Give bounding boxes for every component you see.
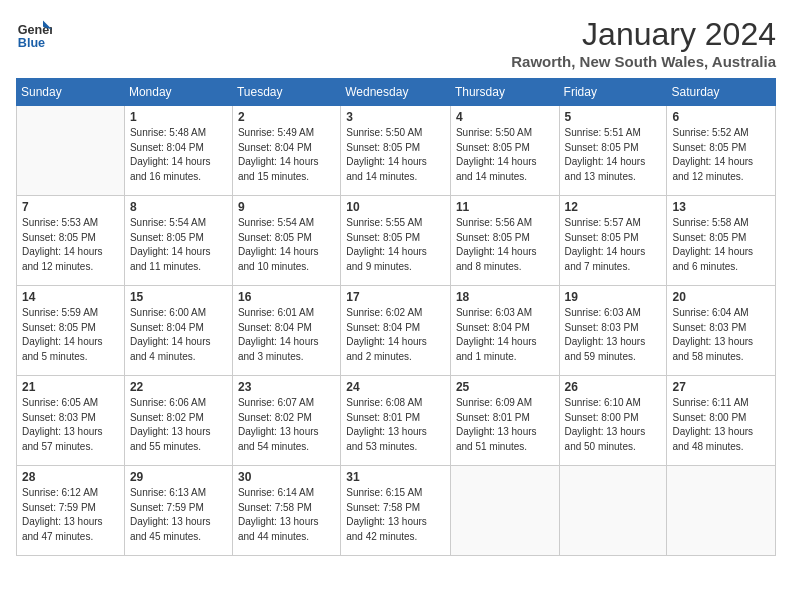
svg-text:Blue: Blue: [18, 36, 45, 50]
day-number: 8: [130, 200, 227, 214]
calendar-cell: 31 Sunrise: 6:15 AMSunset: 7:58 PMDaylig…: [341, 466, 451, 556]
calendar-cell: 9 Sunrise: 5:54 AMSunset: 8:05 PMDayligh…: [232, 196, 340, 286]
calendar-cell: 27 Sunrise: 6:11 AMSunset: 8:00 PMDaylig…: [667, 376, 776, 466]
logo: General Blue: [16, 16, 52, 52]
day-info: Sunrise: 6:07 AMSunset: 8:02 PMDaylight:…: [238, 396, 335, 454]
day-number: 29: [130, 470, 227, 484]
day-number: 11: [456, 200, 554, 214]
calendar-cell: 30 Sunrise: 6:14 AMSunset: 7:58 PMDaylig…: [232, 466, 340, 556]
day-number: 17: [346, 290, 445, 304]
day-info: Sunrise: 6:06 AMSunset: 8:02 PMDaylight:…: [130, 396, 227, 454]
calendar-title: January 2024: [511, 16, 776, 53]
day-number: 24: [346, 380, 445, 394]
calendar-subtitle: Raworth, New South Wales, Australia: [511, 53, 776, 70]
day-info: Sunrise: 5:50 AMSunset: 8:05 PMDaylight:…: [346, 126, 445, 184]
logo-icon: General Blue: [16, 16, 52, 52]
day-info: Sunrise: 6:02 AMSunset: 8:04 PMDaylight:…: [346, 306, 445, 364]
calendar-cell: 12 Sunrise: 5:57 AMSunset: 8:05 PMDaylig…: [559, 196, 667, 286]
calendar-week-4: 21 Sunrise: 6:05 AMSunset: 8:03 PMDaylig…: [17, 376, 776, 466]
calendar-cell: 22 Sunrise: 6:06 AMSunset: 8:02 PMDaylig…: [124, 376, 232, 466]
calendar-week-5: 28 Sunrise: 6:12 AMSunset: 7:59 PMDaylig…: [17, 466, 776, 556]
day-number: 30: [238, 470, 335, 484]
day-info: Sunrise: 5:49 AMSunset: 8:04 PMDaylight:…: [238, 126, 335, 184]
col-tuesday: Tuesday: [232, 79, 340, 106]
day-number: 4: [456, 110, 554, 124]
day-info: Sunrise: 5:54 AMSunset: 8:05 PMDaylight:…: [238, 216, 335, 274]
calendar-cell: 3 Sunrise: 5:50 AMSunset: 8:05 PMDayligh…: [341, 106, 451, 196]
day-info: Sunrise: 5:56 AMSunset: 8:05 PMDaylight:…: [456, 216, 554, 274]
calendar-cell: 6 Sunrise: 5:52 AMSunset: 8:05 PMDayligh…: [667, 106, 776, 196]
calendar-cell: 28 Sunrise: 6:12 AMSunset: 7:59 PMDaylig…: [17, 466, 125, 556]
day-number: 16: [238, 290, 335, 304]
day-number: 10: [346, 200, 445, 214]
calendar-cell: 25 Sunrise: 6:09 AMSunset: 8:01 PMDaylig…: [450, 376, 559, 466]
day-number: 19: [565, 290, 662, 304]
day-number: 27: [672, 380, 770, 394]
calendar-cell: 16 Sunrise: 6:01 AMSunset: 8:04 PMDaylig…: [232, 286, 340, 376]
calendar-cell: 14 Sunrise: 5:59 AMSunset: 8:05 PMDaylig…: [17, 286, 125, 376]
day-info: Sunrise: 5:58 AMSunset: 8:05 PMDaylight:…: [672, 216, 770, 274]
day-number: 7: [22, 200, 119, 214]
calendar-cell: 24 Sunrise: 6:08 AMSunset: 8:01 PMDaylig…: [341, 376, 451, 466]
day-number: 20: [672, 290, 770, 304]
day-info: Sunrise: 6:01 AMSunset: 8:04 PMDaylight:…: [238, 306, 335, 364]
calendar-cell: 10 Sunrise: 5:55 AMSunset: 8:05 PMDaylig…: [341, 196, 451, 286]
day-info: Sunrise: 6:11 AMSunset: 8:00 PMDaylight:…: [672, 396, 770, 454]
day-number: 21: [22, 380, 119, 394]
col-friday: Friday: [559, 79, 667, 106]
col-sunday: Sunday: [17, 79, 125, 106]
day-number: 26: [565, 380, 662, 394]
col-saturday: Saturday: [667, 79, 776, 106]
calendar-cell: 20 Sunrise: 6:04 AMSunset: 8:03 PMDaylig…: [667, 286, 776, 376]
calendar-cell: 21 Sunrise: 6:05 AMSunset: 8:03 PMDaylig…: [17, 376, 125, 466]
day-number: 5: [565, 110, 662, 124]
day-info: Sunrise: 5:51 AMSunset: 8:05 PMDaylight:…: [565, 126, 662, 184]
day-info: Sunrise: 5:54 AMSunset: 8:05 PMDaylight:…: [130, 216, 227, 274]
calendar-cell: 2 Sunrise: 5:49 AMSunset: 8:04 PMDayligh…: [232, 106, 340, 196]
day-number: 6: [672, 110, 770, 124]
calendar-week-2: 7 Sunrise: 5:53 AMSunset: 8:05 PMDayligh…: [17, 196, 776, 286]
calendar-cell: 5 Sunrise: 5:51 AMSunset: 8:05 PMDayligh…: [559, 106, 667, 196]
day-number: 14: [22, 290, 119, 304]
calendar-cell: 17 Sunrise: 6:02 AMSunset: 8:04 PMDaylig…: [341, 286, 451, 376]
calendar-cell: 19 Sunrise: 6:03 AMSunset: 8:03 PMDaylig…: [559, 286, 667, 376]
calendar-cell: 18 Sunrise: 6:03 AMSunset: 8:04 PMDaylig…: [450, 286, 559, 376]
day-number: 31: [346, 470, 445, 484]
calendar-cell: [559, 466, 667, 556]
day-number: 1: [130, 110, 227, 124]
calendar-cell: 29 Sunrise: 6:13 AMSunset: 7:59 PMDaylig…: [124, 466, 232, 556]
day-number: 22: [130, 380, 227, 394]
col-thursday: Thursday: [450, 79, 559, 106]
calendar-cell: [17, 106, 125, 196]
calendar-cell: 11 Sunrise: 5:56 AMSunset: 8:05 PMDaylig…: [450, 196, 559, 286]
day-info: Sunrise: 6:00 AMSunset: 8:04 PMDaylight:…: [130, 306, 227, 364]
day-info: Sunrise: 5:55 AMSunset: 8:05 PMDaylight:…: [346, 216, 445, 274]
day-info: Sunrise: 6:12 AMSunset: 7:59 PMDaylight:…: [22, 486, 119, 544]
day-info: Sunrise: 6:05 AMSunset: 8:03 PMDaylight:…: [22, 396, 119, 454]
day-info: Sunrise: 5:57 AMSunset: 8:05 PMDaylight:…: [565, 216, 662, 274]
day-info: Sunrise: 6:09 AMSunset: 8:01 PMDaylight:…: [456, 396, 554, 454]
calendar-cell: [450, 466, 559, 556]
day-info: Sunrise: 5:53 AMSunset: 8:05 PMDaylight:…: [22, 216, 119, 274]
day-number: 2: [238, 110, 335, 124]
calendar-cell: [667, 466, 776, 556]
day-info: Sunrise: 6:13 AMSunset: 7:59 PMDaylight:…: [130, 486, 227, 544]
day-info: Sunrise: 5:48 AMSunset: 8:04 PMDaylight:…: [130, 126, 227, 184]
day-info: Sunrise: 6:03 AMSunset: 8:03 PMDaylight:…: [565, 306, 662, 364]
day-number: 13: [672, 200, 770, 214]
calendar-cell: 4 Sunrise: 5:50 AMSunset: 8:05 PMDayligh…: [450, 106, 559, 196]
day-info: Sunrise: 6:15 AMSunset: 7:58 PMDaylight:…: [346, 486, 445, 544]
day-info: Sunrise: 5:59 AMSunset: 8:05 PMDaylight:…: [22, 306, 119, 364]
header-row: Sunday Monday Tuesday Wednesday Thursday…: [17, 79, 776, 106]
day-number: 18: [456, 290, 554, 304]
calendar-cell: 13 Sunrise: 5:58 AMSunset: 8:05 PMDaylig…: [667, 196, 776, 286]
col-wednesday: Wednesday: [341, 79, 451, 106]
day-info: Sunrise: 6:04 AMSunset: 8:03 PMDaylight:…: [672, 306, 770, 364]
day-number: 12: [565, 200, 662, 214]
day-info: Sunrise: 6:10 AMSunset: 8:00 PMDaylight:…: [565, 396, 662, 454]
title-block: January 2024 Raworth, New South Wales, A…: [511, 16, 776, 70]
day-info: Sunrise: 6:14 AMSunset: 7:58 PMDaylight:…: [238, 486, 335, 544]
page-header: General Blue January 2024 Raworth, New S…: [16, 16, 776, 70]
day-number: 3: [346, 110, 445, 124]
day-number: 9: [238, 200, 335, 214]
